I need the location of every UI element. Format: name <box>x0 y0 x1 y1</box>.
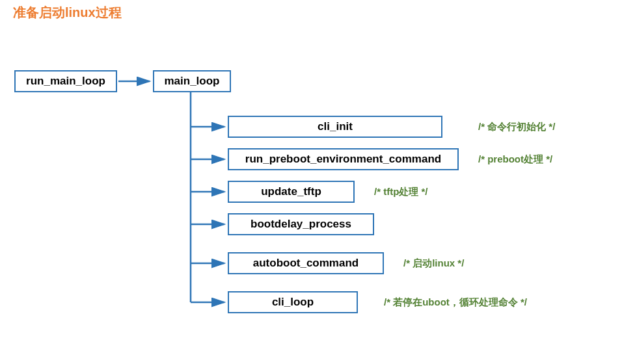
comment-autoboot: /* 启动linux */ <box>403 257 464 270</box>
comment-cli-init: /* 命令行初始化 */ <box>478 121 555 133</box>
box-label: autoboot_command <box>253 257 359 270</box>
box-run-preboot: run_preboot_environment_command <box>228 148 459 170</box>
comment-tftp: /* tftp处理 */ <box>374 186 428 198</box>
box-label: cli_init <box>318 120 353 133</box>
box-label: main_loop <box>164 75 219 88</box>
box-label: bootdelay_process <box>251 218 351 231</box>
box-update-tftp: update_tftp <box>228 181 355 203</box>
box-bootdelay-process: bootdelay_process <box>228 213 374 235</box>
box-cli-init: cli_init <box>228 116 442 138</box>
box-autoboot-command: autoboot_command <box>228 252 384 274</box>
box-label: run_main_loop <box>26 75 105 88</box>
page-title: 准备启动linux过程 <box>13 4 122 21</box>
box-label: run_preboot_environment_command <box>245 153 441 166</box>
box-run-main-loop: run_main_loop <box>14 70 117 92</box>
box-label: cli_loop <box>272 296 314 309</box>
box-cli-loop: cli_loop <box>228 291 358 313</box>
box-label: update_tftp <box>261 185 321 198</box>
box-main-loop: main_loop <box>153 70 231 92</box>
comment-cli-loop: /* 若停在uboot，循环处理命令 */ <box>384 296 527 309</box>
comment-preboot: /* preboot处理 */ <box>478 153 552 166</box>
